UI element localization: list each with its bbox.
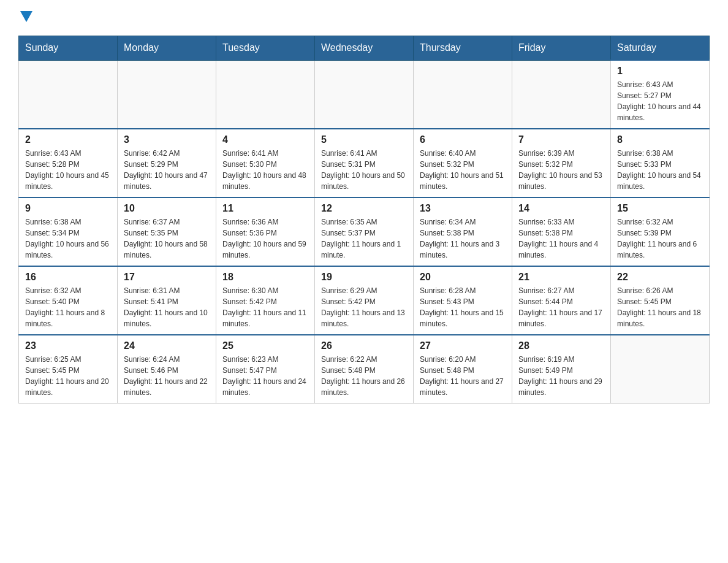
day-info: Sunrise: 6:42 AM Sunset: 5:29 PM Dayligh… bbox=[124, 148, 210, 192]
day-number: 16 bbox=[25, 272, 111, 283]
weekday-header: Thursday bbox=[414, 36, 512, 61]
calendar-cell bbox=[216, 60, 315, 129]
day-number: 26 bbox=[321, 340, 407, 351]
calendar-cell bbox=[611, 335, 710, 404]
day-info: Sunrise: 6:35 AM Sunset: 5:37 PM Dayligh… bbox=[321, 216, 407, 261]
calendar-cell: 16Sunrise: 6:32 AM Sunset: 5:40 PM Dayli… bbox=[19, 266, 118, 335]
day-info: Sunrise: 6:20 AM Sunset: 5:48 PM Dayligh… bbox=[420, 354, 506, 398]
logo-triangle-icon bbox=[20, 11, 32, 23]
calendar-cell: 2Sunrise: 6:43 AM Sunset: 5:28 PM Daylig… bbox=[19, 129, 118, 197]
day-info: Sunrise: 6:41 AM Sunset: 5:30 PM Dayligh… bbox=[222, 148, 308, 192]
day-info: Sunrise: 6:38 AM Sunset: 5:33 PM Dayligh… bbox=[617, 148, 703, 192]
weekday-header: Sunday bbox=[19, 36, 118, 61]
calendar-cell: 1Sunrise: 6:43 AM Sunset: 5:27 PM Daylig… bbox=[611, 60, 710, 129]
day-info: Sunrise: 6:40 AM Sunset: 5:32 PM Dayligh… bbox=[420, 148, 506, 192]
day-number: 21 bbox=[518, 272, 604, 283]
day-number: 6 bbox=[420, 134, 506, 145]
day-number: 11 bbox=[222, 203, 308, 214]
day-number: 19 bbox=[321, 272, 407, 283]
calendar-cell: 21Sunrise: 6:27 AM Sunset: 5:44 PM Dayli… bbox=[512, 266, 611, 335]
day-number: 23 bbox=[25, 340, 111, 351]
day-number: 18 bbox=[222, 272, 308, 283]
day-info: Sunrise: 6:39 AM Sunset: 5:32 PM Dayligh… bbox=[518, 148, 604, 192]
calendar-cell: 24Sunrise: 6:24 AM Sunset: 5:46 PM Dayli… bbox=[118, 335, 216, 404]
day-info: Sunrise: 6:26 AM Sunset: 5:45 PM Dayligh… bbox=[617, 285, 703, 329]
calendar-header-row: SundayMondayTuesdayWednesdayThursdayFrid… bbox=[19, 36, 710, 61]
day-number: 2 bbox=[25, 134, 111, 145]
day-info: Sunrise: 6:32 AM Sunset: 5:39 PM Dayligh… bbox=[617, 216, 703, 261]
calendar-cell: 22Sunrise: 6:26 AM Sunset: 5:45 PM Dayli… bbox=[611, 266, 710, 335]
calendar-cell bbox=[315, 60, 414, 129]
day-number: 15 bbox=[617, 203, 703, 214]
day-info: Sunrise: 6:29 AM Sunset: 5:42 PM Dayligh… bbox=[321, 285, 407, 329]
calendar-cell: 19Sunrise: 6:29 AM Sunset: 5:42 PM Dayli… bbox=[315, 266, 414, 335]
day-number: 17 bbox=[124, 272, 210, 283]
day-info: Sunrise: 6:31 AM Sunset: 5:41 PM Dayligh… bbox=[124, 285, 210, 329]
calendar-week-row: 16Sunrise: 6:32 AM Sunset: 5:40 PM Dayli… bbox=[19, 266, 710, 335]
weekday-header: Monday bbox=[118, 36, 216, 61]
day-number: 1 bbox=[617, 66, 703, 77]
calendar-cell: 15Sunrise: 6:32 AM Sunset: 5:39 PM Dayli… bbox=[611, 197, 710, 266]
calendar-cell: 25Sunrise: 6:23 AM Sunset: 5:47 PM Dayli… bbox=[216, 335, 315, 404]
calendar-cell: 20Sunrise: 6:28 AM Sunset: 5:43 PM Dayli… bbox=[414, 266, 512, 335]
calendar-cell: 7Sunrise: 6:39 AM Sunset: 5:32 PM Daylig… bbox=[512, 129, 611, 197]
day-info: Sunrise: 6:33 AM Sunset: 5:38 PM Dayligh… bbox=[518, 216, 604, 261]
svg-marker-0 bbox=[20, 11, 32, 22]
calendar-cell: 18Sunrise: 6:30 AM Sunset: 5:42 PM Dayli… bbox=[216, 266, 315, 335]
calendar-cell: 9Sunrise: 6:38 AM Sunset: 5:34 PM Daylig… bbox=[19, 197, 118, 266]
calendar-week-row: 2Sunrise: 6:43 AM Sunset: 5:28 PM Daylig… bbox=[19, 129, 710, 197]
day-info: Sunrise: 6:23 AM Sunset: 5:47 PM Dayligh… bbox=[222, 354, 308, 398]
day-number: 27 bbox=[420, 340, 506, 351]
day-number: 25 bbox=[222, 340, 308, 351]
weekday-header: Wednesday bbox=[315, 36, 414, 61]
calendar-table: SundayMondayTuesdayWednesdayThursdayFrid… bbox=[18, 36, 710, 404]
day-info: Sunrise: 6:43 AM Sunset: 5:28 PM Dayligh… bbox=[25, 148, 111, 192]
calendar-cell: 8Sunrise: 6:38 AM Sunset: 5:33 PM Daylig… bbox=[611, 129, 710, 197]
calendar-cell: 28Sunrise: 6:19 AM Sunset: 5:49 PM Dayli… bbox=[512, 335, 611, 404]
calendar-cell bbox=[512, 60, 611, 129]
calendar-cell: 23Sunrise: 6:25 AM Sunset: 5:45 PM Dayli… bbox=[19, 335, 118, 404]
calendar-cell: 14Sunrise: 6:33 AM Sunset: 5:38 PM Dayli… bbox=[512, 197, 611, 266]
day-number: 13 bbox=[420, 203, 506, 214]
day-info: Sunrise: 6:32 AM Sunset: 5:40 PM Dayligh… bbox=[25, 285, 111, 329]
day-info: Sunrise: 6:41 AM Sunset: 5:31 PM Dayligh… bbox=[321, 148, 407, 192]
day-number: 4 bbox=[222, 134, 308, 145]
calendar-cell: 17Sunrise: 6:31 AM Sunset: 5:41 PM Dayli… bbox=[118, 266, 216, 335]
weekday-header: Friday bbox=[512, 36, 611, 61]
day-number: 14 bbox=[518, 203, 604, 214]
day-number: 3 bbox=[124, 134, 210, 145]
calendar-cell: 10Sunrise: 6:37 AM Sunset: 5:35 PM Dayli… bbox=[118, 197, 216, 266]
weekday-header: Tuesday bbox=[216, 36, 315, 61]
calendar-cell: 27Sunrise: 6:20 AM Sunset: 5:48 PM Dayli… bbox=[414, 335, 512, 404]
calendar-cell bbox=[414, 60, 512, 129]
day-number: 28 bbox=[518, 340, 604, 351]
logo bbox=[18, 12, 32, 23]
day-info: Sunrise: 6:28 AM Sunset: 5:43 PM Dayligh… bbox=[420, 285, 506, 329]
weekday-header: Saturday bbox=[611, 36, 710, 61]
day-number: 8 bbox=[617, 134, 703, 145]
calendar-cell: 6Sunrise: 6:40 AM Sunset: 5:32 PM Daylig… bbox=[414, 129, 512, 197]
day-number: 22 bbox=[617, 272, 703, 283]
calendar-cell bbox=[19, 60, 118, 129]
day-info: Sunrise: 6:27 AM Sunset: 5:44 PM Dayligh… bbox=[518, 285, 604, 329]
day-info: Sunrise: 6:37 AM Sunset: 5:35 PM Dayligh… bbox=[124, 216, 210, 261]
day-number: 20 bbox=[420, 272, 506, 283]
calendar-week-row: 1Sunrise: 6:43 AM Sunset: 5:27 PM Daylig… bbox=[19, 60, 710, 129]
calendar-cell: 12Sunrise: 6:35 AM Sunset: 5:37 PM Dayli… bbox=[315, 197, 414, 266]
day-number: 24 bbox=[124, 340, 210, 351]
calendar-cell: 3Sunrise: 6:42 AM Sunset: 5:29 PM Daylig… bbox=[118, 129, 216, 197]
calendar-cell: 26Sunrise: 6:22 AM Sunset: 5:48 PM Dayli… bbox=[315, 335, 414, 404]
day-info: Sunrise: 6:34 AM Sunset: 5:38 PM Dayligh… bbox=[420, 216, 506, 261]
calendar-cell: 4Sunrise: 6:41 AM Sunset: 5:30 PM Daylig… bbox=[216, 129, 315, 197]
calendar-week-row: 23Sunrise: 6:25 AM Sunset: 5:45 PM Dayli… bbox=[19, 335, 710, 404]
day-info: Sunrise: 6:30 AM Sunset: 5:42 PM Dayligh… bbox=[222, 285, 308, 329]
day-info: Sunrise: 6:25 AM Sunset: 5:45 PM Dayligh… bbox=[25, 354, 111, 398]
day-info: Sunrise: 6:38 AM Sunset: 5:34 PM Dayligh… bbox=[25, 216, 111, 261]
day-number: 9 bbox=[25, 203, 111, 214]
day-number: 5 bbox=[321, 134, 407, 145]
day-number: 10 bbox=[124, 203, 210, 214]
calendar-cell: 13Sunrise: 6:34 AM Sunset: 5:38 PM Dayli… bbox=[414, 197, 512, 266]
calendar-cell bbox=[118, 60, 216, 129]
calendar-cell: 11Sunrise: 6:36 AM Sunset: 5:36 PM Dayli… bbox=[216, 197, 315, 266]
day-number: 7 bbox=[518, 134, 604, 145]
